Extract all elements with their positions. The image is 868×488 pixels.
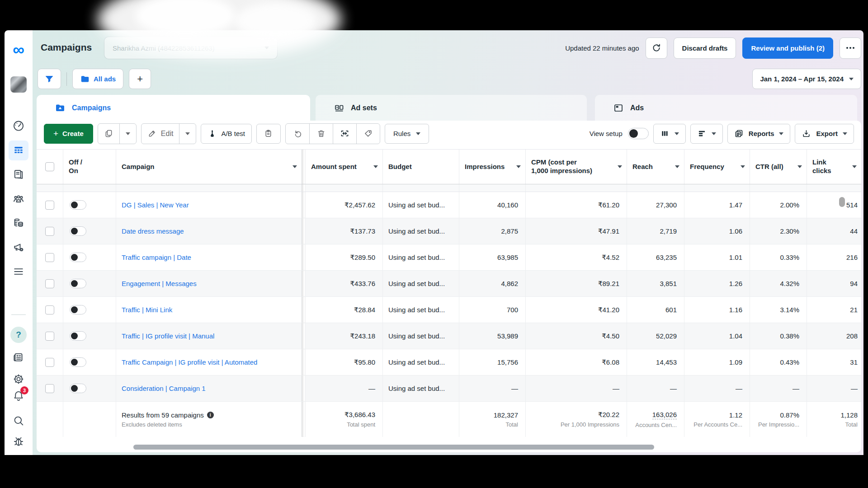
menu-icon[interactable] — [12, 265, 25, 278]
ab-test-label: A/B test — [221, 130, 245, 137]
meta-logo-icon[interactable]: ∞ — [13, 42, 24, 58]
table-row[interactable]: Traffic | Mini Link ₹28.84 Using ad set … — [37, 297, 861, 323]
campaign-toggle[interactable] — [70, 331, 86, 341]
review-publish-button[interactable]: Review and publish (2) — [742, 38, 833, 59]
ads-megaphone-icon[interactable] — [12, 241, 25, 253]
row-checkbox[interactable] — [45, 253, 54, 262]
col-cpm[interactable]: CPM (cost per1,000 impressions) — [526, 150, 627, 184]
campaign-link[interactable]: Date dress message — [122, 227, 184, 235]
tab-ad-sets[interactable]: Ad sets — [316, 95, 587, 121]
campaign-link[interactable]: Traffic campaign | Date — [122, 253, 191, 261]
sidebar-item-campaigns[interactable] — [9, 141, 28, 160]
audiences-icon[interactable] — [12, 192, 25, 205]
tag-button[interactable] — [356, 124, 380, 144]
paste-button[interactable] — [256, 124, 281, 144]
rules-button[interactable]: Rules — [385, 124, 429, 144]
campaign-toggle[interactable] — [70, 279, 86, 288]
col-off-on[interactable]: Off /On — [63, 150, 116, 184]
filters-button[interactable] — [38, 69, 61, 89]
pinned-column-divider — [302, 192, 306, 218]
campaign-toggle[interactable] — [70, 200, 86, 210]
row-checkbox[interactable] — [45, 305, 54, 314]
campaign-toggle[interactable] — [70, 305, 86, 314]
export-button[interactable]: Export — [795, 124, 854, 144]
undo-button[interactable] — [286, 124, 309, 144]
tab-campaigns[interactable]: Campaigns — [37, 95, 310, 121]
billing-coins-icon[interactable] — [12, 216, 25, 229]
edit-button[interactable]: Edit — [142, 124, 179, 144]
edit-dropdown[interactable] — [179, 124, 196, 144]
dashboard-gauge-icon[interactable] — [12, 119, 25, 132]
reports-button[interactable]: Reports — [727, 124, 791, 144]
row-checkbox[interactable] — [45, 384, 54, 393]
campaign-link[interactable]: Traffic | Mini Link — [122, 306, 172, 314]
col-budget[interactable]: Budget — [383, 150, 459, 184]
col-frequency[interactable]: Frequency — [684, 150, 750, 184]
col-reach[interactable]: Reach — [627, 150, 684, 184]
refresh-button[interactable] — [646, 38, 667, 59]
create-button[interactable]: + Create — [44, 124, 93, 144]
duplicate-button[interactable] — [98, 124, 119, 144]
campaign-toggle[interactable] — [70, 226, 86, 236]
date-range-selector[interactable]: Jan 1, 2024 – Apr 15, 2024 — [752, 69, 861, 89]
view-setup-toggle[interactable] — [628, 128, 649, 139]
pin-columns-button[interactable] — [333, 124, 356, 144]
account-selector[interactable]: Sharikha Azmi (48422853611263) — [104, 37, 278, 59]
horizontal-scrollbar[interactable] — [37, 445, 861, 450]
pages-icon[interactable] — [12, 168, 25, 181]
scrollbar-thumb[interactable] — [133, 445, 654, 450]
campaign-toggle[interactable] — [70, 253, 86, 262]
discard-drafts-button[interactable]: Discard drafts — [674, 38, 736, 59]
table-row[interactable]: Traffic | IG profile visit | Manual ₹243… — [37, 323, 861, 349]
select-all-checkbox[interactable] — [45, 162, 54, 171]
updates-icon[interactable] — [12, 351, 25, 364]
campaign-name-cell: Consideration | Campaign 1 — [116, 375, 302, 401]
table-row[interactable]: Traffic campaign | Date ₹289.50 Using ad… — [37, 244, 861, 271]
col-amount-spent[interactable]: Amount spent — [306, 150, 383, 184]
delete-button[interactable] — [309, 124, 333, 144]
sort-caret-icon — [675, 165, 679, 168]
col-ctr[interactable]: CTR (all) — [750, 150, 807, 184]
row-checkbox[interactable] — [45, 201, 54, 210]
campaign-link[interactable]: DG | Sales | New Year — [122, 201, 189, 209]
tab-ads[interactable]: Ads — [595, 95, 857, 121]
row-checkbox[interactable] — [45, 332, 54, 341]
table-row[interactable]: DG | Sales | New Year ₹2,457.62 Using ad… — [37, 192, 861, 218]
add-filter-button[interactable]: + — [129, 69, 151, 89]
all-ads-folder-button[interactable]: All ads — [72, 69, 123, 89]
col-link-clicks[interactable]: Linkclicks — [807, 150, 861, 184]
off-on-cell — [63, 297, 116, 323]
cpm-cell: ₹4.52 — [526, 244, 627, 270]
settings-gear-icon[interactable] — [12, 373, 25, 385]
more-options-button[interactable] — [840, 38, 861, 59]
campaign-toggle[interactable] — [70, 357, 86, 367]
duplicate-dropdown[interactable] — [119, 124, 136, 144]
chevron-down-icon — [185, 132, 190, 135]
budget-cell: Using ad set bud... — [383, 297, 459, 323]
table-row[interactable]: Engagement | Messages ₹433.76 Using ad s… — [37, 271, 861, 297]
table-row[interactable]: Date dress message ₹137.73 Using ad set … — [37, 218, 861, 244]
table-row[interactable]: Consideration | Campaign 1 — Using ad se… — [37, 375, 861, 402]
impressions-cell: 2,875 — [459, 218, 526, 244]
columns-button[interactable] — [653, 124, 686, 144]
reports-label: Reports — [749, 130, 774, 137]
help-icon[interactable]: ? — [10, 327, 27, 343]
row-checkbox[interactable] — [45, 358, 54, 367]
search-icon[interactable] — [12, 414, 25, 427]
campaign-link[interactable]: Engagement | Messages — [122, 280, 197, 287]
table-row[interactable]: Traffic Campaign | IG profile visit | Au… — [37, 349, 861, 375]
campaign-toggle[interactable] — [70, 384, 86, 393]
ab-test-button[interactable]: A/B test — [201, 124, 252, 144]
campaign-link[interactable]: Traffic Campaign | IG profile visit | Au… — [122, 358, 257, 366]
notifications-bell-icon[interactable]: 3 — [12, 389, 25, 402]
account-avatar[interactable] — [10, 76, 27, 93]
col-impressions[interactable]: Impressions — [459, 150, 526, 184]
info-icon[interactable]: i — [207, 412, 214, 418]
col-campaign[interactable]: Campaign — [116, 150, 302, 184]
row-checkbox[interactable] — [45, 227, 54, 236]
row-checkbox[interactable] — [45, 279, 54, 288]
report-bug-icon[interactable] — [12, 435, 25, 448]
campaign-link[interactable]: Consideration | Campaign 1 — [122, 385, 206, 392]
campaign-link[interactable]: Traffic | IG profile visit | Manual — [122, 332, 214, 340]
breakdown-button[interactable] — [690, 124, 723, 144]
